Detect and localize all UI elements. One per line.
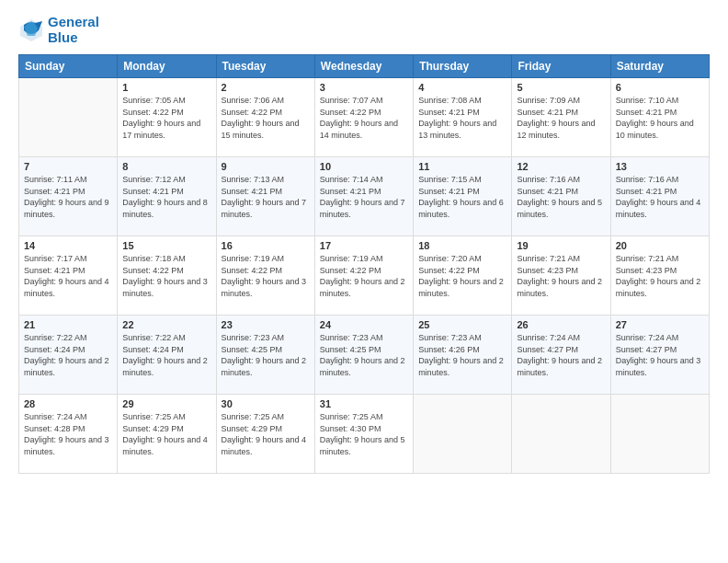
day-detail: Sunrise: 7:22 AMSunset: 4:24 PMDaylight:… xyxy=(24,332,112,378)
day-detail: Sunrise: 7:12 AMSunset: 4:21 PMDaylight:… xyxy=(122,174,210,220)
day-number: 13 xyxy=(616,161,704,172)
calendar-cell: 19Sunrise: 7:21 AMSunset: 4:23 PMDayligh… xyxy=(512,236,610,316)
calendar-week-3: 14Sunrise: 7:17 AMSunset: 4:21 PMDayligh… xyxy=(19,236,710,316)
calendar-cell: 22Sunrise: 7:22 AMSunset: 4:24 PMDayligh… xyxy=(118,316,216,395)
day-detail: Sunrise: 7:16 AMSunset: 4:21 PMDaylight:… xyxy=(616,174,704,220)
day-detail: Sunrise: 7:09 AMSunset: 4:21 PMDaylight:… xyxy=(517,95,605,141)
day-detail: Sunrise: 7:17 AMSunset: 4:21 PMDaylight:… xyxy=(24,253,112,299)
weekday-header-thursday: Thursday xyxy=(414,55,512,78)
calendar-cell: 4Sunrise: 7:08 AMSunset: 4:21 PMDaylight… xyxy=(414,78,512,157)
weekday-header-wednesday: Wednesday xyxy=(314,55,413,78)
day-number: 10 xyxy=(320,161,408,172)
day-detail: Sunrise: 7:19 AMSunset: 4:22 PMDaylight:… xyxy=(320,253,408,299)
day-detail: Sunrise: 7:25 AMSunset: 4:29 PMDaylight:… xyxy=(222,411,310,457)
day-number: 29 xyxy=(122,398,210,409)
calendar-body: 1Sunrise: 7:05 AMSunset: 4:22 PMDaylight… xyxy=(19,78,710,474)
day-number: 6 xyxy=(616,82,704,93)
calendar-cell: 9Sunrise: 7:13 AMSunset: 4:21 PMDaylight… xyxy=(216,157,314,236)
weekday-header-row: SundayMondayTuesdayWednesdayThursdayFrid… xyxy=(19,55,710,78)
calendar-cell: 30Sunrise: 7:25 AMSunset: 4:29 PMDayligh… xyxy=(216,395,314,474)
calendar-cell: 13Sunrise: 7:16 AMSunset: 4:21 PMDayligh… xyxy=(610,157,709,236)
calendar-cell: 27Sunrise: 7:24 AMSunset: 4:27 PMDayligh… xyxy=(610,316,709,395)
day-number: 12 xyxy=(517,161,605,172)
logo-text: General Blue xyxy=(48,15,99,45)
calendar-cell: 10Sunrise: 7:14 AMSunset: 4:21 PMDayligh… xyxy=(314,157,413,236)
logo-icon xyxy=(18,17,44,43)
calendar-week-5: 28Sunrise: 7:24 AMSunset: 4:28 PMDayligh… xyxy=(19,395,710,474)
day-detail: Sunrise: 7:23 AMSunset: 4:26 PMDaylight:… xyxy=(418,332,506,378)
day-detail: Sunrise: 7:06 AMSunset: 4:22 PMDaylight:… xyxy=(222,95,310,141)
day-detail: Sunrise: 7:25 AMSunset: 4:30 PMDaylight:… xyxy=(320,411,408,457)
day-number: 23 xyxy=(222,319,310,330)
calendar-cell: 31Sunrise: 7:25 AMSunset: 4:30 PMDayligh… xyxy=(314,395,413,474)
day-detail: Sunrise: 7:20 AMSunset: 4:22 PMDaylight:… xyxy=(418,253,506,299)
day-detail: Sunrise: 7:08 AMSunset: 4:21 PMDaylight:… xyxy=(418,95,506,141)
logo: General Blue xyxy=(18,15,99,45)
calendar-cell xyxy=(414,395,512,474)
calendar-cell: 26Sunrise: 7:24 AMSunset: 4:27 PMDayligh… xyxy=(512,316,610,395)
day-number: 21 xyxy=(24,319,112,330)
calendar-cell: 29Sunrise: 7:25 AMSunset: 4:29 PMDayligh… xyxy=(118,395,216,474)
day-number: 5 xyxy=(517,82,605,93)
day-detail: Sunrise: 7:18 AMSunset: 4:22 PMDaylight:… xyxy=(122,253,210,299)
calendar-cell: 8Sunrise: 7:12 AMSunset: 4:21 PMDaylight… xyxy=(118,157,216,236)
calendar-cell: 3Sunrise: 7:07 AMSunset: 4:22 PMDaylight… xyxy=(314,78,413,157)
calendar-cell: 25Sunrise: 7:23 AMSunset: 4:26 PMDayligh… xyxy=(414,316,512,395)
day-detail: Sunrise: 7:24 AMSunset: 4:28 PMDaylight:… xyxy=(24,411,112,457)
day-number: 20 xyxy=(616,240,704,251)
weekday-header-monday: Monday xyxy=(118,55,216,78)
day-number: 15 xyxy=(122,240,210,251)
day-number: 3 xyxy=(320,82,408,93)
calendar-cell: 12Sunrise: 7:16 AMSunset: 4:21 PMDayligh… xyxy=(512,157,610,236)
day-number: 19 xyxy=(517,240,605,251)
day-number: 17 xyxy=(320,240,408,251)
day-detail: Sunrise: 7:11 AMSunset: 4:21 PMDaylight:… xyxy=(24,174,112,220)
day-detail: Sunrise: 7:15 AMSunset: 4:21 PMDaylight:… xyxy=(418,174,506,220)
day-number: 1 xyxy=(122,82,210,93)
day-detail: Sunrise: 7:23 AMSunset: 4:25 PMDaylight:… xyxy=(222,332,310,378)
calendar-cell: 17Sunrise: 7:19 AMSunset: 4:22 PMDayligh… xyxy=(314,236,413,316)
calendar-cell: 24Sunrise: 7:23 AMSunset: 4:25 PMDayligh… xyxy=(314,316,413,395)
weekday-header-sunday: Sunday xyxy=(19,55,118,78)
day-detail: Sunrise: 7:25 AMSunset: 4:29 PMDaylight:… xyxy=(122,411,210,457)
day-number: 28 xyxy=(24,398,112,409)
day-detail: Sunrise: 7:14 AMSunset: 4:21 PMDaylight:… xyxy=(320,174,408,220)
day-detail: Sunrise: 7:10 AMSunset: 4:21 PMDaylight:… xyxy=(616,95,704,141)
weekday-header-friday: Friday xyxy=(512,55,610,78)
calendar-cell: 20Sunrise: 7:21 AMSunset: 4:23 PMDayligh… xyxy=(610,236,709,316)
weekday-header-saturday: Saturday xyxy=(610,55,709,78)
calendar-cell xyxy=(19,78,118,157)
calendar-cell: 1Sunrise: 7:05 AMSunset: 4:22 PMDaylight… xyxy=(118,78,216,157)
calendar-week-2: 7Sunrise: 7:11 AMSunset: 4:21 PMDaylight… xyxy=(19,157,710,236)
day-detail: Sunrise: 7:24 AMSunset: 4:27 PMDaylight:… xyxy=(616,332,704,378)
page: General Blue SundayMondayTuesdayWednesda… xyxy=(0,0,728,563)
day-number: 9 xyxy=(222,161,310,172)
calendar-cell: 16Sunrise: 7:19 AMSunset: 4:22 PMDayligh… xyxy=(216,236,314,316)
day-detail: Sunrise: 7:21 AMSunset: 4:23 PMDaylight:… xyxy=(616,253,704,299)
calendar-cell: 6Sunrise: 7:10 AMSunset: 4:21 PMDaylight… xyxy=(610,78,709,157)
calendar-cell: 2Sunrise: 7:06 AMSunset: 4:22 PMDaylight… xyxy=(216,78,314,157)
calendar-cell: 21Sunrise: 7:22 AMSunset: 4:24 PMDayligh… xyxy=(19,316,118,395)
calendar-week-1: 1Sunrise: 7:05 AMSunset: 4:22 PMDaylight… xyxy=(19,78,710,157)
day-detail: Sunrise: 7:16 AMSunset: 4:21 PMDaylight:… xyxy=(517,174,605,220)
calendar-cell xyxy=(610,395,709,474)
day-number: 16 xyxy=(222,240,310,251)
calendar-week-4: 21Sunrise: 7:22 AMSunset: 4:24 PMDayligh… xyxy=(19,316,710,395)
day-detail: Sunrise: 7:05 AMSunset: 4:22 PMDaylight:… xyxy=(122,95,210,141)
day-number: 18 xyxy=(418,240,506,251)
calendar-cell: 14Sunrise: 7:17 AMSunset: 4:21 PMDayligh… xyxy=(19,236,118,316)
calendar-cell xyxy=(512,395,610,474)
day-number: 30 xyxy=(222,398,310,409)
header: General Blue xyxy=(18,15,710,45)
day-number: 22 xyxy=(122,319,210,330)
day-number: 31 xyxy=(320,398,408,409)
day-number: 24 xyxy=(320,319,408,330)
day-detail: Sunrise: 7:24 AMSunset: 4:27 PMDaylight:… xyxy=(517,332,605,378)
day-detail: Sunrise: 7:07 AMSunset: 4:22 PMDaylight:… xyxy=(320,95,408,141)
day-number: 2 xyxy=(222,82,310,93)
day-detail: Sunrise: 7:22 AMSunset: 4:24 PMDaylight:… xyxy=(122,332,210,378)
day-number: 14 xyxy=(24,240,112,251)
calendar-cell: 5Sunrise: 7:09 AMSunset: 4:21 PMDaylight… xyxy=(512,78,610,157)
day-number: 11 xyxy=(418,161,506,172)
day-detail: Sunrise: 7:21 AMSunset: 4:23 PMDaylight:… xyxy=(517,253,605,299)
